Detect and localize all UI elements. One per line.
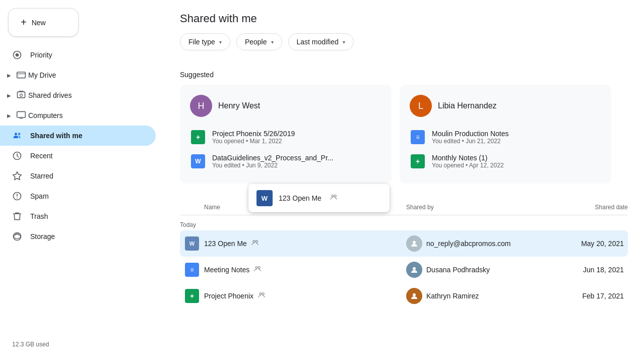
henry-file-2[interactable]: W DataGuidelines_v2_Process_and_Pr... Yo… — [190, 149, 381, 173]
libia-avatar-initial: L — [418, 101, 423, 111]
svg-point-1 — [16, 53, 19, 57]
henry-file-2-icon: W — [190, 153, 206, 169]
file-row-date-123: May 20, 2021 — [547, 239, 628, 248]
file-row-date-phoenix: Feb 17, 2021 — [547, 292, 628, 300]
sidebar-item-priority[interactable]: Priority — [0, 45, 156, 65]
col-shared-by-header[interactable]: Shared by — [406, 204, 547, 211]
libia-file-1-info: Moulin Production Notes You edited • Jun… — [432, 130, 601, 145]
expand-arrow-computers: ▶ — [4, 110, 14, 121]
expand-arrow-my-drive: ▶ — [4, 70, 14, 80]
libia-file-2[interactable]: + Monthly Notes (1) You opened • Apr 12,… — [410, 149, 601, 173]
tooltip-shared-icon — [330, 194, 338, 203]
new-button[interactable]: + New — [8, 8, 79, 37]
svg-point-18 — [413, 267, 416, 270]
file-row-name-meeting: Meeting Notes — [204, 265, 406, 275]
file-row-meeting-notes[interactable]: ≡ Meeting Notes — [180, 257, 628, 283]
file-row-shared-by-123: no_reply@abcpromos.com — [406, 235, 547, 252]
filename-meeting: Meeting Notes — [204, 266, 249, 274]
suggested-label: Suggested — [180, 71, 628, 79]
henry-file-1-info: Project Phoenix 5/26/2019 You opened • M… — [212, 130, 381, 145]
henry-avatar: H — [190, 95, 212, 117]
shared-drives-icon — [16, 90, 26, 101]
filter-file-type-chevron: ▾ — [219, 39, 222, 45]
svg-rect-4 — [18, 92, 25, 98]
svg-point-13 — [253, 240, 255, 242]
henry-card-header: H Henry West — [190, 95, 381, 117]
svg-point-8 — [18, 133, 20, 135]
shared-by-name-phoenix: Kathryn Ramirez — [426, 292, 479, 300]
henry-file-1-meta: You opened • Mar 1, 2022 — [212, 138, 381, 145]
file-row-date-meeting: Jun 18, 2021 — [547, 266, 628, 274]
file-row-shared-by-phoenix: Kathryn Ramirez — [406, 288, 547, 304]
sidebar-item-shared-drives[interactable]: ▶ Shared drives — [0, 85, 156, 105]
svg-point-5 — [20, 94, 23, 96]
henry-file-2-meta: You edited • Jun 9, 2022 — [212, 162, 381, 169]
sidebar-label-starred: Starred — [30, 172, 53, 180]
sidebar-item-shared-with-me[interactable]: Shared with me — [0, 126, 156, 146]
filter-people-label: People — [245, 38, 267, 46]
file-row-name-123: 123 Open Me — [204, 239, 406, 249]
person-card-henry: H Henry West + Project Phoenix 5/26/2019… — [180, 85, 392, 184]
libia-avatar: L — [410, 95, 432, 117]
shared-by-email-123: no_reply@abcpromos.com — [426, 239, 511, 248]
sidebar-item-storage[interactable]: Storage — [0, 226, 156, 247]
libia-file-1-name: Moulin Production Notes — [432, 130, 601, 138]
computers-icon — [16, 110, 26, 122]
shared-by-avatar-123 — [406, 235, 422, 252]
filter-file-type-label: File type — [188, 38, 215, 46]
sidebar-label-my-drive: My Drive — [28, 71, 56, 79]
spam-icon — [12, 191, 22, 201]
shared-icon-meeting — [253, 265, 262, 275]
libia-file-2-meta: You opened • Apr 12, 2022 — [432, 162, 601, 169]
filter-file-type[interactable]: File type ▾ — [180, 33, 230, 50]
storage-icon — [12, 231, 22, 242]
svg-point-21 — [413, 293, 416, 296]
filter-people[interactable]: People ▾ — [236, 33, 282, 50]
app-container: + New Priority ▶ My Drive — [0, 0, 644, 360]
page-header: Shared with me File type ▾ People ▾ Last… — [180, 0, 628, 71]
sidebar-item-starred[interactable]: Starred — [0, 166, 156, 186]
sidebar-item-trash[interactable]: Trash — [0, 206, 156, 226]
col-shared-date-header[interactable]: Shared date — [547, 204, 628, 211]
file-row-icon-123: W — [180, 236, 204, 251]
trash-icon — [12, 211, 22, 221]
sidebar-item-spam[interactable]: Spam — [0, 186, 156, 206]
svg-point-19 — [260, 292, 262, 294]
shared-by-avatar-meeting — [406, 262, 422, 278]
file-row-123-open-me[interactable]: W 123 Open Me — [180, 230, 628, 257]
filter-last-modified-label: Last modified — [297, 38, 339, 46]
libia-file-2-info: Monthly Notes (1) You opened • Apr 12, 2… — [432, 154, 601, 169]
shared-icon-123 — [251, 239, 259, 249]
sidebar-label-spam: Spam — [30, 192, 49, 200]
henry-file-1-icon: + — [190, 129, 206, 145]
sidebar-label-storage: Storage — [30, 232, 55, 241]
file-row-project-phoenix[interactable]: + Project Phoenix — [180, 283, 628, 309]
sidebar-label-priority: Priority — [30, 51, 52, 59]
libia-name: Libia Hernandez — [438, 101, 497, 110]
libia-file-1-icon: ≡ — [410, 129, 426, 145]
henry-file-1[interactable]: + Project Phoenix 5/26/2019 You opened •… — [190, 125, 381, 149]
filter-people-chevron: ▾ — [271, 39, 274, 45]
date-group-today: Today — [180, 217, 628, 230]
person-card-libia: L Libia Hernandez ≡ Moulin Production No… — [400, 85, 611, 184]
filename-123: 123 Open Me — [204, 239, 247, 248]
page-title: Shared with me — [180, 12, 628, 25]
svg-point-3 — [18, 75, 19, 76]
sidebar-item-recent[interactable]: Recent — [0, 146, 156, 166]
expand-arrow-shared-drives: ▶ — [4, 90, 14, 100]
libia-card-header: L Libia Hernandez — [410, 95, 601, 117]
sidebar-label-shared-with-me: Shared with me — [30, 132, 82, 140]
file-row-icon-meeting: ≡ — [180, 263, 204, 277]
my-drive-icon — [16, 70, 26, 81]
filename-phoenix: Project Phoenix — [204, 292, 253, 300]
storage-used-label: 12.3 GB used — [12, 341, 164, 348]
sidebar-label-trash: Trash — [30, 212, 48, 220]
svg-point-14 — [255, 240, 257, 242]
henry-file-2-info: DataGuidelines_v2_Process_and_Pr... You … — [212, 154, 381, 169]
sidebar-item-my-drive[interactable]: ▶ My Drive — [0, 65, 156, 85]
filter-last-modified[interactable]: Last modified ▾ — [288, 33, 354, 50]
henry-file-1-name: Project Phoenix 5/26/2019 — [212, 130, 381, 138]
libia-file-2-icon: + — [410, 153, 426, 169]
libia-file-1[interactable]: ≡ Moulin Production Notes You edited • J… — [410, 125, 601, 149]
sidebar-item-computers[interactable]: ▶ Computers — [0, 105, 156, 126]
